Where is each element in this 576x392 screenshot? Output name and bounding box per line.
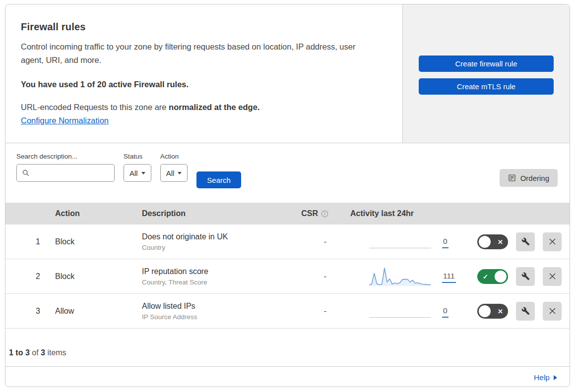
activity-count-link[interactable]: 0 [442, 306, 448, 318]
rule-activity: 111 [335, 266, 462, 287]
activity-sparkline [369, 266, 431, 287]
col-activity: Activity last 24hr [335, 209, 462, 218]
rule-fields: Country, Threat Score [142, 279, 283, 286]
action-panel: Create firewall rule Create mTLS rule [402, 4, 570, 143]
edit-rule-button[interactable] [516, 267, 535, 286]
status-select[interactable]: All [124, 164, 151, 182]
normalization-note: URL-encoded Requests to this zone are no… [21, 103, 388, 112]
pagination-range: 1 to 3 [9, 348, 30, 357]
action-label: Action [160, 150, 188, 160]
close-icon [548, 306, 557, 316]
activity-flatline [369, 317, 431, 318]
ordering-button-label: Ordering [520, 174, 549, 182]
rule-activity: 0 [335, 231, 462, 252]
search-box [16, 164, 115, 182]
rule-enabled-toggle[interactable]: ✕ [477, 304, 508, 319]
pagination-summary: 1 to 3 of 3 items [5, 329, 570, 366]
edit-rule-button[interactable] [516, 302, 535, 321]
pagination-total: 3 [41, 348, 45, 357]
rule-priority: 1 [5, 237, 55, 246]
page-description: Control incoming traffic to your zone by… [21, 40, 376, 66]
close-icon [548, 272, 557, 281]
activity-flatline [369, 248, 431, 248]
toggle-knob [479, 236, 491, 248]
firewall-rules-card: Firewall rules Control incoming traffic … [5, 4, 570, 387]
rule-activity: 0 [335, 301, 462, 322]
wrench-icon [521, 307, 530, 315]
info-icon[interactable] [321, 210, 328, 218]
rule-fields: Country [142, 244, 283, 251]
page-title: Firewall rules [21, 21, 388, 33]
table-row: 2 Block IP reputation score Country, Thr… [5, 259, 570, 294]
usage-summary: You have used 1 of 20 active Firewall ru… [21, 80, 388, 89]
rule-controls: ✕ [462, 232, 570, 251]
status-label: Status [124, 150, 151, 160]
action-selected-value: All [166, 169, 175, 177]
normalization-prefix: URL-encoded Requests to this zone are [21, 103, 169, 112]
filter-bar: Search description... Status All Action … [5, 143, 570, 203]
rule-action: Allow [55, 307, 142, 316]
rule-csr: - [283, 237, 335, 246]
search-group: Search description... [16, 150, 115, 182]
chevron-down-icon [141, 172, 145, 174]
activity-count-link[interactable]: 111 [442, 272, 456, 283]
help-link-row[interactable]: Help [5, 366, 570, 387]
rule-controls: ✕ [462, 302, 570, 321]
create-mtls-rule-button[interactable]: Create mTLS rule [419, 78, 554, 95]
wrench-icon [521, 237, 530, 246]
rule-description-title: Does not originate in UK [142, 232, 283, 241]
configure-normalization-link[interactable]: Configure Normalization [21, 116, 109, 125]
chevron-down-icon [178, 172, 182, 174]
rule-action: Block [55, 237, 142, 246]
delete-rule-button[interactable] [543, 232, 562, 251]
normalization-bold: normalized at the edge. [169, 103, 259, 112]
table-row: 3 Allow Allow listed IPs IP Source Addre… [5, 294, 570, 329]
wrench-icon [521, 272, 530, 280]
rule-description-title: Allow listed IPs [142, 302, 283, 311]
pagination-of: of [30, 348, 41, 357]
delete-rule-button[interactable] [543, 302, 562, 321]
toggle-knob [495, 271, 507, 282]
rule-fields: IP Source Address [142, 313, 283, 321]
rule-description-title: IP reputation score [142, 267, 283, 276]
action-select[interactable]: All [160, 164, 188, 182]
rule-csr: - [283, 272, 335, 281]
search-label: Search description... [16, 150, 115, 160]
status-selected-value: All [129, 169, 138, 177]
ordering-button[interactable]: Ordering [500, 169, 558, 187]
rule-description: Allow listed IPs IP Source Address [142, 302, 283, 321]
status-group: Status All [124, 150, 151, 182]
col-csr-label: CSR [301, 209, 318, 218]
activity-sparkline-area [369, 301, 431, 322]
rule-priority: 3 [5, 307, 55, 316]
rule-action: Block [55, 272, 142, 281]
ordering-list-icon [508, 174, 516, 182]
close-icon [548, 237, 557, 246]
search-input[interactable] [34, 169, 109, 177]
col-csr: CSR [283, 209, 335, 218]
col-action: Action [55, 209, 142, 218]
rule-controls: ✓ [462, 267, 570, 286]
table-header: Action Description CSR Activity last 24h… [5, 203, 570, 224]
table-row: 1 Block Does not originate in UK Country… [5, 224, 570, 259]
search-button[interactable]: Search [196, 171, 241, 188]
rule-enabled-toggle[interactable]: ✓ [477, 269, 508, 284]
create-firewall-rule-button[interactable]: Create firewall rule [419, 56, 554, 72]
rule-enabled-toggle[interactable]: ✕ [477, 234, 508, 249]
arrow-right-icon [554, 375, 557, 380]
delete-rule-button[interactable] [543, 267, 562, 286]
rule-priority: 2 [5, 272, 55, 281]
activity-count-link[interactable]: 0 [442, 237, 448, 248]
toggle-x-icon: ✕ [498, 308, 503, 314]
col-description: Description [142, 209, 283, 218]
action-group: Action All [160, 150, 188, 182]
toggle-knob [479, 305, 491, 317]
hero-section: Firewall rules Control incoming traffic … [5, 4, 570, 143]
help-link[interactable]: Help [534, 373, 550, 382]
activity-sparkline-area [369, 266, 431, 287]
hero-text: Firewall rules Control incoming traffic … [5, 4, 402, 143]
edit-rule-button[interactable] [516, 232, 535, 251]
toggle-check-icon: ✓ [483, 273, 488, 280]
rule-csr: - [283, 307, 335, 316]
rule-description: IP reputation score Country, Threat Scor… [142, 267, 283, 286]
